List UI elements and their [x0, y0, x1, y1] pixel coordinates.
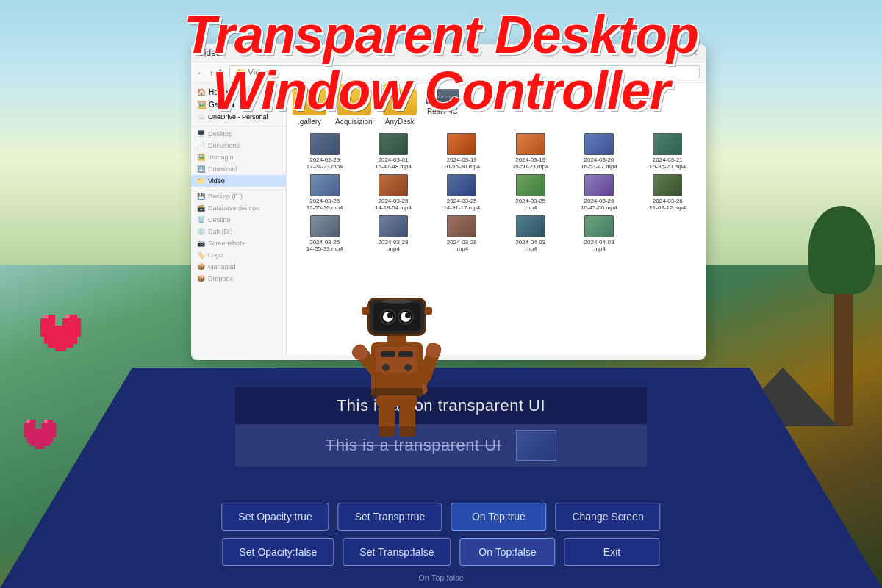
svg-rect-37	[379, 426, 395, 437]
sidebar-desktop: 🖥️Desktop	[191, 126, 286, 140]
sidebar-documenti: 📄Documenti	[191, 140, 286, 151]
sidebar-screenshots: 📷Screenshots	[191, 237, 286, 249]
svg-point-54	[382, 299, 412, 304]
change-screen-button[interactable]: Change Screen	[555, 503, 660, 531]
video-file-5[interactable]: 2024-03-2016-53-47.mp4	[567, 133, 631, 170]
svg-point-33	[404, 364, 412, 371]
sidebar-cestino: 🗑️Cestino	[191, 214, 286, 226]
bg-nav-path: 📁 Video	[229, 65, 700, 79]
pixel-heart-2	[24, 420, 57, 456]
svg-rect-19	[45, 420, 48, 423]
set-opacity-false-button[interactable]: Set Opacity:false	[223, 538, 334, 566]
video-file-1[interactable]: 2024-02-2917-24-23.mp4	[293, 133, 356, 170]
sidebar-database: 🗃️Database dei con	[191, 202, 286, 214]
svg-rect-5	[44, 337, 77, 344]
video-file-16[interactable]: 2024-04-03.mp4	[498, 215, 562, 252]
video-file-6[interactable]: 2024-03-2115-36-20.mp4	[636, 133, 700, 170]
bg-explorer-controls: — □ ✕	[672, 48, 698, 58]
svg-rect-6	[48, 344, 74, 348]
svg-point-51	[405, 312, 411, 318]
ui-thumbnail	[516, 430, 556, 461]
video-files-grid: 2024-02-2917-24-23.mp4 2024-03-0116-47-4…	[293, 133, 700, 252]
on-top-true-button[interactable]: On Top:true	[451, 503, 546, 531]
video-file-4[interactable]: 2024-03-1916-50-23.mp4	[498, 133, 562, 170]
video-file-8[interactable]: 2024-03-2514-18-54.mp4	[361, 174, 425, 211]
svg-rect-3	[62, 318, 81, 326]
robot-character	[345, 279, 448, 441]
sidebar-onedrive: ☁️OneDrive - Personal	[191, 111, 286, 123]
svg-rect-17	[36, 446, 45, 449]
folder-acquisizioni[interactable]: Acquisizioni	[335, 89, 374, 126]
nav-up: ↑	[209, 68, 214, 77]
svg-rect-9	[66, 315, 70, 318]
exit-button[interactable]: Exit	[564, 538, 660, 566]
bg-explorer-body: 🏠Home 🖼️Galleria ☁️OneDrive - Personal 🖥…	[191, 83, 706, 355]
sidebar-galleria: 🖼️Galleria	[191, 98, 286, 111]
svg-point-47	[387, 312, 393, 318]
video-file-10[interactable]: 2024-03-25.mp4	[498, 174, 562, 211]
video-file-12[interactable]: 2024-03-2611-09-12.mp4	[636, 174, 700, 211]
svg-rect-8	[44, 315, 48, 318]
svg-rect-16	[30, 443, 51, 446]
background-explorer-window: Video — □ ✕ ← ↑ ↻ 📁 Video 🏠Home 🖼️Galler…	[191, 44, 706, 360]
sidebar-download: ⬇️Download	[191, 163, 286, 175]
svg-rect-39	[399, 426, 415, 437]
video-file-2[interactable]: 2024-03-0116-47-48.mp4	[361, 133, 425, 170]
svg-rect-52	[362, 307, 369, 315]
svg-rect-18	[27, 420, 30, 423]
set-transp-false-button[interactable]: Set Transp:false	[343, 538, 451, 566]
nav-refresh: ↻	[218, 68, 225, 77]
svg-rect-14	[24, 429, 57, 437]
pixel-heart-1	[40, 315, 81, 360]
sidebar-immagini: 🖼️Immagini	[191, 151, 286, 163]
svg-rect-12	[24, 423, 36, 429]
sidebar-backup: 💾Backup (E:)	[191, 190, 286, 202]
svg-rect-13	[42, 423, 57, 429]
svg-rect-31	[398, 351, 413, 357]
svg-rect-2	[40, 318, 55, 326]
bg-explorer-sidebar: 🏠Home 🖼️Galleria ☁️OneDrive - Personal 🖥…	[191, 83, 287, 355]
sidebar-video-active: 📁Video	[191, 175, 286, 187]
set-opacity-true-button[interactable]: Set Opacity:true	[221, 503, 329, 531]
video-file-9[interactable]: 2024-03-2514-31-17.mp4	[430, 174, 494, 211]
video-file-13[interactable]: 2024-03-2614-55-33.mp4	[293, 215, 356, 252]
video-file-7[interactable]: 2024-03-2513-55-30.mp4	[293, 174, 356, 211]
video-file-11[interactable]: 2024-03-2610-45-00.mp4	[567, 174, 631, 211]
svg-point-32	[382, 364, 390, 371]
folder-anydesk[interactable]: AnyDesk	[383, 89, 417, 126]
video-file-15[interactable]: 2024-03-28.mp4	[430, 215, 494, 252]
bg-explorer-titlebar: Video — □ ✕	[191, 44, 706, 62]
bg-explorer-title: Video	[198, 48, 220, 58]
sidebar-dropbox: 📦Dropbox	[191, 273, 286, 284]
svg-rect-53	[425, 307, 432, 315]
video-file-3[interactable]: 2024-03-1910-55-30.mp4	[430, 133, 494, 170]
nav-back: ←	[197, 68, 205, 77]
folder-realvnc[interactable]: thumb RealVNC	[426, 89, 459, 115]
svg-rect-7	[55, 348, 66, 351]
set-transp-true-button[interactable]: Set Transp:true	[338, 503, 442, 531]
folder-gallery[interactable]: .gallery	[293, 89, 326, 126]
svg-rect-30	[381, 351, 395, 357]
video-file-14[interactable]: 2024-03-28.mp4	[361, 215, 425, 252]
svg-rect-4	[40, 326, 81, 337]
sidebar-logo: 🏷️Logo	[191, 249, 286, 261]
sidebar-managed: 📦Managed	[191, 261, 286, 273]
folders-row: .gallery Acquisizioni AnyDesk thu	[293, 89, 700, 126]
sidebar-home: 🏠Home	[191, 86, 286, 98]
on-top-false-button[interactable]: On Top:false	[460, 538, 556, 566]
buttons-row-2: Set Opacity:false Set Transp:false On To…	[223, 538, 660, 566]
bg-explorer-nav: ← ↑ ↻ 📁 Video	[191, 62, 706, 83]
sidebar-dati: 💿Dati (D:)	[191, 226, 286, 237]
status-indicator: On Top false	[418, 573, 464, 582]
svg-rect-15	[27, 437, 54, 443]
video-file-17[interactable]: 2024-04-03.mp4	[567, 215, 631, 252]
buttons-area: Set Opacity:true Set Transp:true On Top:…	[221, 503, 660, 566]
buttons-row-1: Set Opacity:true Set Transp:true On Top:…	[221, 503, 660, 531]
